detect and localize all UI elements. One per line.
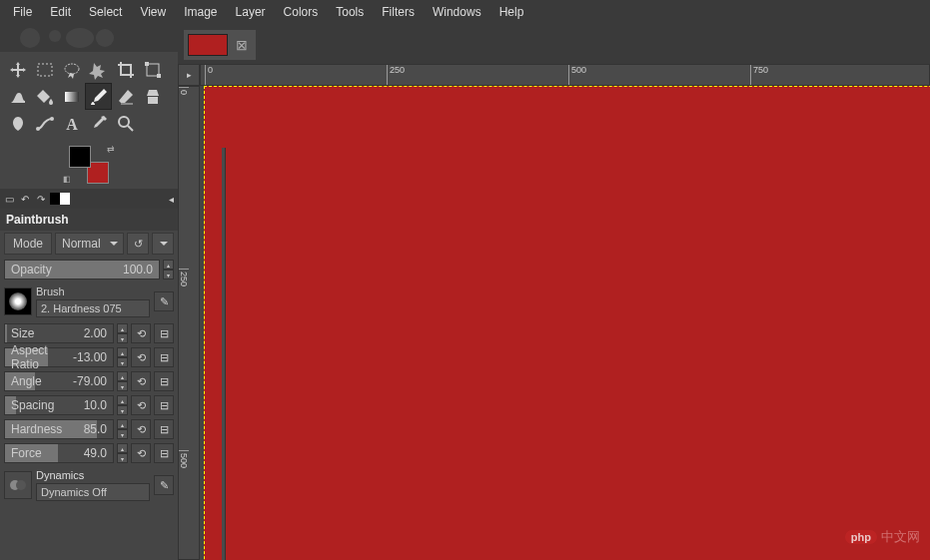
svg-rect-9 (65, 92, 79, 102)
tool-path[interactable] (31, 110, 58, 137)
watermark-badge: php (845, 530, 877, 544)
close-tab-icon[interactable]: ⊠ (232, 37, 252, 53)
angle-link-icon[interactable]: ⊟ (154, 371, 174, 391)
svg-point-2 (66, 28, 94, 48)
svg-rect-8 (157, 74, 161, 78)
menu-layer[interactable]: Layer (227, 2, 275, 22)
menu-colors[interactable]: Colors (275, 2, 328, 22)
angle-reset-icon[interactable]: ⟲ (131, 371, 151, 391)
toolbox: A (0, 52, 178, 141)
size-slider[interactable]: Size 2.00 (4, 323, 114, 343)
tab-colors-icon[interactable] (50, 193, 70, 205)
force-link-icon[interactable]: ⊟ (154, 443, 174, 463)
dynamics-preview-icon[interactable] (4, 471, 32, 499)
image-tab[interactable]: ⊠ (184, 30, 256, 60)
menu-image[interactable]: Image (175, 2, 226, 22)
swap-colors-icon[interactable]: ⇄ (107, 144, 115, 154)
dynamics-edit-icon[interactable]: ✎ (154, 475, 174, 495)
tool-color-picker[interactable] (85, 110, 112, 137)
tool-crop[interactable] (112, 56, 139, 83)
tool-move[interactable] (4, 56, 31, 83)
aspect-ratio-slider[interactable]: Aspect Ratio -13.00 (4, 347, 114, 367)
opacity-slider[interactable]: Opacity 100.0 (4, 260, 160, 280)
tool-text[interactable]: A (58, 110, 85, 137)
brush-name[interactable]: 2. Hardness 075 (36, 299, 150, 317)
opacity-spinner[interactable]: ▴▾ (163, 260, 174, 280)
aspect-spinner[interactable]: ▴▾ (117, 347, 128, 367)
tab-thumbnail (188, 34, 228, 56)
tool-eraser[interactable] (112, 83, 139, 110)
menu-filters[interactable]: Filters (373, 2, 424, 22)
hardness-link-icon[interactable]: ⊟ (154, 419, 174, 439)
menu-help[interactable]: Help (490, 2, 533, 22)
ruler-tick: 750 (750, 65, 768, 85)
menu-file[interactable]: File (4, 2, 41, 22)
aspect-link-icon[interactable]: ⊟ (154, 347, 174, 367)
hardness-slider[interactable]: Hardness 85.0 (4, 419, 114, 439)
image-tab-bar: ⊠ (178, 24, 930, 64)
size-reset-icon[interactable]: ⟲ (131, 323, 151, 343)
tool-unified-transform[interactable] (139, 56, 166, 83)
tool-free-select[interactable] (58, 56, 85, 83)
menu-windows[interactable]: Windows (424, 2, 490, 22)
tool-zoom[interactable] (112, 110, 139, 137)
watermark-text: 中文网 (881, 528, 920, 546)
vertical-ruler[interactable]: 0 250 500 (178, 86, 200, 560)
menu-tools[interactable]: Tools (327, 2, 373, 22)
spacing-link-icon[interactable]: ⊟ (154, 395, 174, 415)
spacing-slider[interactable]: Spacing 10.0 (4, 395, 114, 415)
horizontal-ruler[interactable]: 0 250 500 750 1000 (200, 64, 930, 86)
svg-point-0 (20, 28, 40, 48)
size-link-icon[interactable]: ⊟ (154, 323, 174, 343)
tool-bucket-fill[interactable] (31, 83, 58, 110)
canvas-viewport[interactable]: php 中文网 (200, 86, 930, 560)
aspect-reset-icon[interactable]: ⟲ (131, 347, 151, 367)
main-menu-bar: File Edit Select View Image Layer Colors… (0, 0, 930, 24)
tool-smudge[interactable] (4, 110, 31, 137)
spacing-spinner[interactable]: ▴▾ (117, 395, 128, 415)
dock-menu-icon[interactable]: ◂ (169, 194, 174, 205)
svg-point-11 (50, 117, 54, 121)
tool-paintbrush[interactable] (85, 83, 112, 110)
default-colors-icon[interactable]: ◧ (63, 175, 71, 184)
menu-edit[interactable]: Edit (41, 2, 80, 22)
ruler-tick: 250 (387, 65, 405, 85)
tab-undo-history-icon[interactable]: ↷ (34, 192, 48, 206)
brush-edit-icon[interactable]: ✎ (154, 291, 174, 311)
brush-preview[interactable] (4, 287, 32, 315)
tool-warp[interactable] (4, 83, 31, 110)
force-slider[interactable]: Force 49.0 (4, 443, 114, 463)
ruler-tick: 250 (179, 269, 189, 286)
mode-extra-dropdown[interactable] (152, 233, 174, 255)
force-spinner[interactable]: ▴▾ (117, 443, 128, 463)
mode-dropdown[interactable]: Normal (55, 233, 124, 255)
canvas-area: ⊠ ▸ 0 250 500 750 1000 0 250 500 php (178, 24, 930, 560)
tab-tool-options-icon[interactable]: ▭ (2, 192, 16, 206)
tool-rect-select[interactable] (31, 56, 58, 83)
svg-point-3 (96, 29, 114, 47)
ruler-tick: 0 (205, 65, 213, 85)
angle-spinner[interactable]: ▴▾ (117, 371, 128, 391)
tool-fuzzy-select[interactable] (85, 56, 112, 83)
svg-point-5 (65, 64, 79, 74)
watermark: php 中文网 (845, 528, 920, 546)
svg-point-1 (49, 30, 61, 42)
menu-select[interactable]: Select (80, 2, 131, 22)
angle-slider[interactable]: Angle -79.00 (4, 371, 114, 391)
dynamics-label: Dynamics (36, 469, 150, 481)
tool-gradient[interactable] (58, 83, 85, 110)
mode-label: Mode (4, 233, 52, 255)
hardness-spinner[interactable]: ▴▾ (117, 419, 128, 439)
spacing-reset-icon[interactable]: ⟲ (131, 395, 151, 415)
hardness-reset-icon[interactable]: ⟲ (131, 419, 151, 439)
left-dock: A ⇄ ◧ ▭ ↶ ↷ ◂ Paintbrush Mo (0, 24, 178, 560)
dynamics-value[interactable]: Dynamics Off (36, 483, 150, 501)
tab-device-status-icon[interactable]: ↶ (18, 192, 32, 206)
tool-clone[interactable] (139, 83, 166, 110)
foreground-color-swatch[interactable] (69, 146, 91, 168)
ruler-origin-button[interactable]: ▸ (178, 64, 200, 86)
menu-view[interactable]: View (131, 2, 175, 22)
force-reset-icon[interactable]: ⟲ (131, 443, 151, 463)
size-spinner[interactable]: ▴▾ (117, 323, 128, 343)
mode-reset-icon[interactable]: ↺ (127, 233, 149, 255)
